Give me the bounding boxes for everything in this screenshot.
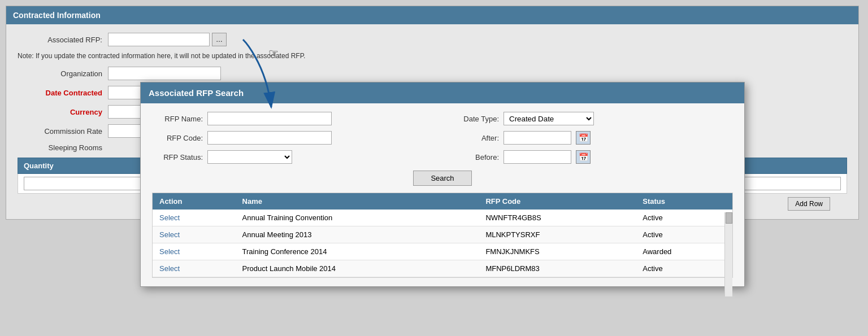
date-type-select[interactable]: Created Date Modified Date Submitted Dat… [504,112,594,125]
select-link[interactable]: Select [159,247,180,256]
contracted-header: Contracted Information [6,6,858,24]
name-col-header: Name [236,193,479,210]
scrollbar-thumb[interactable] [726,212,732,224]
status-cell: Active [636,260,732,277]
select-link[interactable]: Select [159,264,180,273]
after-row: After: 📅 [448,131,733,145]
status-cell: Active [636,226,732,243]
before-row: Before: 📅 [448,150,733,164]
date-type-row: Date Type: Created Date Modified Date Su… [448,112,733,125]
after-calendar-button[interactable]: 📅 [576,131,591,145]
status-cell: Active [636,210,732,226]
date-type-label: Date Type: [448,115,499,123]
search-form: RFP Name: RFP Code: RFP Status: Active A… [152,112,733,164]
associated-rfp-input[interactable] [108,33,210,46]
modal-body: RFP Name: RFP Code: RFP Status: Active A… [141,103,744,286]
modal-header: Associated RFP Search [141,82,744,103]
search-button-row: Search [152,171,733,186]
results-table: Action Name RFP Code Status Select Annua… [153,193,732,277]
rfp-code-cell: NWNFTR4GB8S [479,210,636,226]
rfp-name-label: RFP Name: [152,115,203,123]
date-contracted-label: Date Contracted [18,89,108,97]
add-row-button[interactable]: Add Row [788,197,830,211]
after-label: After: [448,134,499,142]
associated-rfp-browse-button[interactable]: … [212,33,227,46]
rfp-name-cell: Training Conference 2014 [236,243,479,260]
organization-row: Organization [18,67,847,80]
before-label: Before: [448,153,499,162]
associated-rfp-row: Associated RFP: … [18,33,847,46]
table-row: Select Training Conference 2014 FMNJKJNM… [153,243,732,260]
organization-label: Organization [18,69,108,78]
after-date-input[interactable] [504,131,571,145]
rfp-code-input[interactable] [207,131,332,145]
status-cell: Awarded [636,243,732,260]
scrollbar[interactable] [724,212,732,296]
commission-rate-label: Commission Rate [18,127,108,136]
associated-rfp-modal: Associated RFP Search RFP Name: RFP Code… [140,82,745,287]
select-link[interactable]: Select [159,213,180,222]
rfp-name-cell: Product Launch Mobile 2014 [236,260,479,277]
note-text: Note: If you update the contracted infor… [18,52,847,60]
rfp-status-select[interactable]: Active Awarded Closed [207,150,292,164]
status-col-header: Status [636,193,732,210]
before-calendar-button[interactable]: 📅 [576,150,591,164]
rfp-code-label: RFP Code: [152,134,203,142]
rfp-code-cell: FMNJKJNMKFS [479,243,636,260]
rfp-code-cell: MFNP6LDRM83 [479,260,636,277]
results-wrapper: Action Name RFP Code Status Select Annua… [152,193,733,278]
rfp-name-row: RFP Name: [152,112,437,125]
associated-rfp-input-group: … [108,33,227,46]
select-link[interactable]: Select [159,230,180,239]
rfp-name-cell: Annual Training Convention [236,210,479,226]
before-date-input[interactable] [504,150,571,164]
table-row: Select Annual Meeting 2013 MLNKPTYSRXF A… [153,226,732,243]
action-col-header: Action [153,193,236,210]
rfp-code-row: RFP Code: [152,131,437,145]
organization-input[interactable] [108,67,221,80]
search-form-left: RFP Name: RFP Code: RFP Status: Active A… [152,112,437,164]
sleeping-rooms-label: Sleeping Rooms [18,143,108,152]
rfp-code-col-header: RFP Code [479,193,636,210]
table-row: Select Annual Training Convention NWNFTR… [153,210,732,226]
results-body: Select Annual Training Convention NWNFTR… [153,210,732,277]
rfp-code-cell: MLNKPTYSRXF [479,226,636,243]
search-form-right: Date Type: Created Date Modified Date Su… [448,112,733,164]
rfp-status-row: RFP Status: Active Awarded Closed [152,150,437,164]
rfp-name-cell: Annual Meeting 2013 [236,226,479,243]
currency-label: Currency [18,108,108,116]
associated-rfp-label: Associated RFP: [18,36,108,44]
search-button[interactable]: Search [413,171,471,186]
rfp-name-input[interactable] [207,112,332,125]
table-row: Select Product Launch Mobile 2014 MFNP6L… [153,260,732,277]
results-header-row: Action Name RFP Code Status [153,193,732,210]
rfp-status-label: RFP Status: [152,153,203,162]
